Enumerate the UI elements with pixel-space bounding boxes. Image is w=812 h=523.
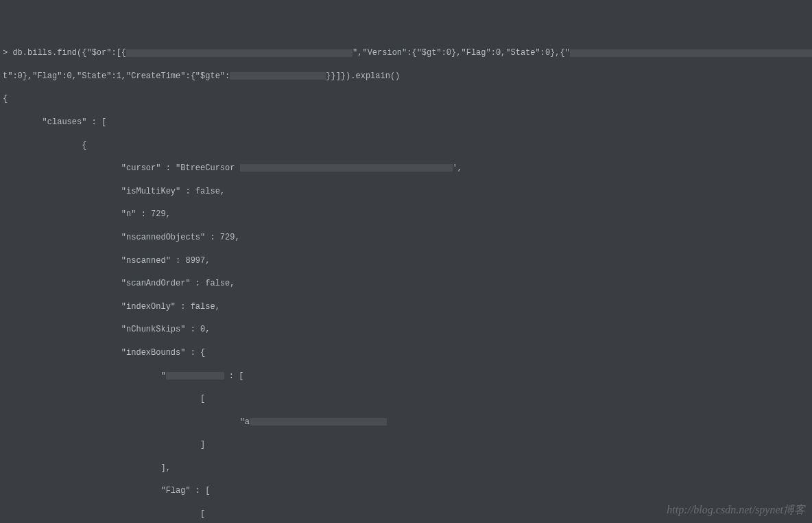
command-line-1: > db.bills.find({"$or":[{","Version":{"$… — [3, 47, 809, 59]
output-line: "Flag" : [ — [3, 485, 809, 497]
command-line-2: t":0},"Flag":0,"State":1,"CreateTime":{"… — [3, 71, 809, 82]
output-line: "isMultiKey" : false, — [3, 186, 809, 198]
output-line: [ — [3, 393, 809, 405]
output-line: ] — [3, 439, 809, 451]
redacted-text — [570, 49, 812, 57]
redacted-text — [240, 164, 453, 172]
output-line: "cursor" : "BtreeCursor ', — [3, 163, 809, 174]
output-line: "scanAndOrder" : false, — [3, 278, 809, 290]
output-line: "nscanned" : 8997, — [3, 255, 809, 267]
output-line: { — [3, 93, 809, 105]
output-line: "clauses" : [ — [3, 117, 809, 128]
output-line: "a — [3, 417, 809, 428]
redacted-text — [250, 418, 387, 426]
output-line: "nChunkSkips" : 0, — [3, 324, 809, 336]
output-line: " : [ — [3, 371, 809, 382]
redacted-text — [166, 372, 224, 380]
redacted-text — [230, 72, 326, 80]
watermark-text: http://blog.csdn.net/spynet博客 — [667, 502, 805, 518]
output-line: "indexBounds" : { — [3, 347, 809, 359]
output-line: "nscannedObjects" : 729, — [3, 232, 809, 244]
output-line: ], — [3, 463, 809, 474]
output-line: "n" : 729, — [3, 209, 809, 220]
output-line: { — [3, 140, 809, 152]
redacted-text — [126, 49, 353, 57]
output-line: "indexOnly" : false, — [3, 301, 809, 313]
